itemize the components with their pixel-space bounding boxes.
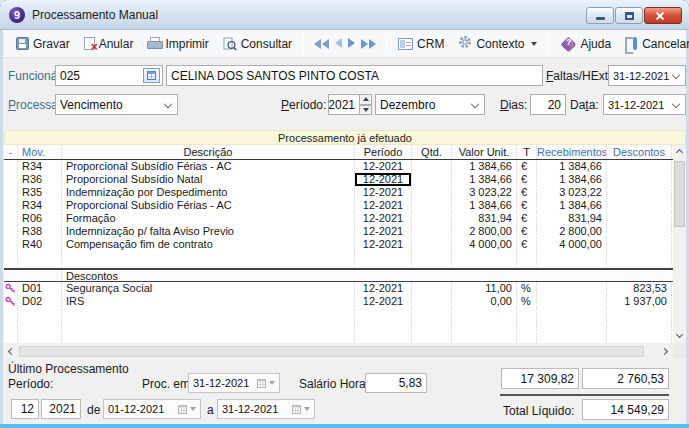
print-button[interactable]: Imprimir <box>140 34 215 54</box>
grid-cell[interactable] <box>412 212 452 225</box>
processed-on-datepicker[interactable]: 31-12-2021 <box>188 373 280 393</box>
grid-cell[interactable] <box>412 173 452 186</box>
column-header[interactable]: Descontos <box>607 145 672 159</box>
grid-cell[interactable] <box>607 238 672 251</box>
void-button[interactable]: Anular <box>77 34 141 54</box>
maximize-button[interactable] <box>615 7 643 24</box>
grid-cell[interactable]: 12-2021 <box>355 199 412 212</box>
grid-cell[interactable] <box>4 160 18 173</box>
grid-cell[interactable] <box>62 251 355 268</box>
grid-cell[interactable] <box>4 186 18 199</box>
grid-cell[interactable]: 12-2021 <box>355 295 412 308</box>
grid-cell[interactable] <box>537 295 607 308</box>
grid-cell[interactable] <box>607 321 672 334</box>
grid-cell[interactable] <box>355 308 412 321</box>
grid-cell[interactable] <box>412 238 452 251</box>
grid-cell[interactable]: 12-2021 <box>355 225 412 238</box>
column-header[interactable]: Mov. <box>18 145 62 159</box>
grid-cell[interactable]: 1 384,66 <box>537 160 607 173</box>
next-record-icon[interactable] <box>348 37 355 51</box>
grid-cell[interactable] <box>537 308 607 321</box>
scroll-left-icon[interactable] <box>4 345 17 358</box>
grid-cell[interactable] <box>355 251 412 268</box>
grid-cell[interactable]: Proporcional Subsídio Férias - AC <box>62 160 355 173</box>
grid-cell[interactable]: 12-2021 <box>355 282 412 295</box>
employee-lookup-button[interactable] <box>143 68 160 83</box>
grid-cell[interactable] <box>607 251 672 268</box>
grid-cell[interactable] <box>412 199 452 212</box>
scroll-up-icon[interactable] <box>673 145 686 158</box>
grid-cell[interactable] <box>537 321 607 334</box>
grid-cell[interactable] <box>607 308 672 321</box>
grid-cell[interactable] <box>607 186 672 199</box>
grid-cell[interactable] <box>4 295 18 308</box>
footer-year-field[interactable]: 2021 <box>41 399 81 419</box>
grid-cell[interactable] <box>18 321 62 334</box>
period-year-spinner[interactable] <box>359 94 372 115</box>
grid-cell[interactable] <box>517 308 537 321</box>
grid-cell[interactable]: Indemnização p/ falta Aviso Previo <box>62 225 355 238</box>
vertical-scroll-thumb[interactable] <box>674 161 685 227</box>
scroll-right-icon[interactable] <box>660 345 673 358</box>
column-header[interactable]: Descrição <box>62 145 355 159</box>
grid-cell[interactable] <box>412 225 452 238</box>
to-datepicker[interactable]: 31-12-2021 <box>217 399 315 419</box>
grid-cell[interactable]: 1 384,66 <box>452 199 517 212</box>
grid-cell[interactable] <box>18 251 62 268</box>
grid-cell[interactable] <box>4 199 18 212</box>
grid-cell[interactable]: R34 <box>18 199 62 212</box>
grid-cell[interactable]: % <box>517 295 537 308</box>
minimize-button[interactable] <box>586 7 614 24</box>
cancel-button[interactable]: Cancelar <box>618 34 689 54</box>
grid-cell[interactable] <box>517 334 537 343</box>
grid-cell[interactable] <box>4 238 18 251</box>
grid-cell[interactable] <box>62 308 355 321</box>
period-month-dropdown[interactable]: Dezembro <box>375 94 485 115</box>
grid-cell[interactable]: 11,00 <box>452 282 517 295</box>
horizontal-scroll-thumb[interactable] <box>19 346 644 357</box>
grid-cell[interactable]: R36 <box>18 173 62 186</box>
grid-cell[interactable]: € <box>517 186 537 199</box>
from-datepicker[interactable]: 01-12-2021 <box>103 399 201 419</box>
first-record-icon[interactable] <box>314 39 329 49</box>
grid-cell[interactable]: 12-2021 <box>355 238 412 251</box>
period-year-input[interactable]: 2021 <box>328 94 360 115</box>
scroll-down-icon[interactable] <box>673 330 686 343</box>
grid-cell[interactable]: 4 000,00 <box>537 238 607 251</box>
date-combo[interactable]: 31-12-2021 <box>603 94 686 115</box>
save-button[interactable]: Gravar <box>9 34 77 54</box>
grid-cell[interactable]: 2 800,00 <box>452 225 517 238</box>
grid-cell[interactable] <box>4 251 18 268</box>
grid-cell[interactable]: Indemnização por Despedimento <box>62 186 355 199</box>
grid-cell[interactable] <box>412 282 452 295</box>
grid-cell[interactable] <box>4 321 18 334</box>
grid-cell[interactable] <box>607 212 672 225</box>
grid-cell[interactable] <box>4 282 18 295</box>
grid-cell[interactable]: € <box>517 160 537 173</box>
grid-cell[interactable] <box>4 225 18 238</box>
grid-cell[interactable]: € <box>517 225 537 238</box>
grid-cell[interactable] <box>452 251 517 268</box>
grid-cell[interactable]: € <box>517 212 537 225</box>
column-header[interactable]: Qtd. <box>412 145 452 159</box>
grid-cell[interactable] <box>452 334 517 343</box>
grid-cell[interactable]: % <box>517 282 537 295</box>
grid-cell[interactable] <box>517 321 537 334</box>
grid-cell[interactable] <box>412 160 452 173</box>
grid-cell[interactable]: 831,94 <box>452 212 517 225</box>
query-button[interactable]: Consultar <box>216 34 299 54</box>
grid-cell[interactable]: D02 <box>18 295 62 308</box>
column-header[interactable]: Valor Unit. <box>452 145 517 159</box>
last-record-icon[interactable] <box>361 39 376 49</box>
grid-cell[interactable] <box>62 321 355 334</box>
grid-cell[interactable] <box>607 199 672 212</box>
vertical-scrollbar[interactable] <box>673 145 686 343</box>
grid-cell[interactable]: R34 <box>18 160 62 173</box>
grid-cell[interactable]: R38 <box>18 225 62 238</box>
grid-cell[interactable]: € <box>517 199 537 212</box>
grid-cell[interactable] <box>452 321 517 334</box>
grid-cell[interactable] <box>4 334 18 343</box>
absences-date-combo[interactable]: 31-12-2021 <box>608 65 686 86</box>
grid-cell[interactable]: 4 000,00 <box>452 238 517 251</box>
grid-cell[interactable] <box>537 334 607 343</box>
